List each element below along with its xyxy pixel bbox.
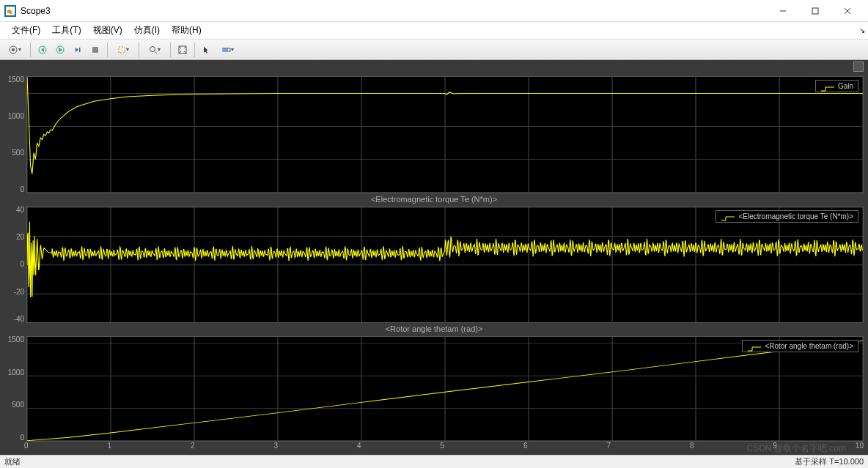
autoscale-button[interactable] xyxy=(174,42,191,58)
legend-label-1: Gain xyxy=(838,82,853,90)
svg-line-13 xyxy=(155,51,157,53)
subplot-torque: <Electromagnetic torque Te (N*m)> 40200-… xyxy=(4,195,864,324)
y-axis-1: 150010005000 xyxy=(4,76,26,193)
legend-swatch-icon xyxy=(747,343,762,350)
status-right: 基于采样 T=10.000 xyxy=(795,456,864,467)
chart-2[interactable]: <Electromagnetic torque Te (N*m)> xyxy=(26,207,864,324)
svg-point-6 xyxy=(12,48,15,51)
subplot-rotor: <Rotor angle thetam (rad)> 150010005000 … xyxy=(4,324,864,453)
menu-file[interactable]: 文件(F) xyxy=(6,22,46,39)
cursor-button[interactable] xyxy=(199,42,215,58)
svg-rect-11 xyxy=(119,47,125,53)
measure-button[interactable]: ▾ xyxy=(216,42,240,58)
status-left: 就绪 xyxy=(4,456,21,467)
legend-label-2: <Electromagnetic torque Te (N*m)> xyxy=(738,212,853,220)
status-bar: 就绪 基于采样 T=10.000 xyxy=(0,455,868,468)
title-bar: Scope3 xyxy=(0,0,868,22)
svg-rect-2 xyxy=(812,8,818,14)
toolbar-separator xyxy=(107,42,108,57)
svg-rect-10 xyxy=(92,47,98,53)
y-axis-2: 40200-20-40 xyxy=(4,207,26,324)
menu-bar: 文件(F) 工具(T) 视图(V) 仿真(I) 帮助(H) ↘ xyxy=(0,22,868,40)
menu-help[interactable]: 帮助(H) xyxy=(166,22,207,39)
chart-1[interactable]: Gain xyxy=(26,76,864,193)
legend-label-3: <Rotor angle thetam (rad)> xyxy=(765,342,853,350)
chart-3[interactable]: <Rotor angle thetam (rad)> xyxy=(26,336,864,442)
settings-button[interactable]: ▾ xyxy=(3,42,26,58)
toolbar-separator xyxy=(194,42,195,57)
close-button[interactable] xyxy=(831,0,864,22)
run-button[interactable] xyxy=(52,42,68,58)
minimize-button[interactable] xyxy=(767,0,799,22)
app-icon xyxy=(4,5,16,17)
menu-overflow-icon[interactable]: ↘ xyxy=(859,26,865,34)
toolbar-separator xyxy=(30,42,31,57)
legend-swatch-icon xyxy=(721,212,735,220)
x-axis: 012345678910 xyxy=(26,442,864,453)
zoom-button[interactable]: ▾ xyxy=(143,42,166,58)
plot-title-1 xyxy=(4,64,864,76)
legend-2: <Electromagnetic torque Te (N*m)> xyxy=(716,210,858,223)
legend-swatch-icon xyxy=(820,83,835,90)
subplot-gain: 150010005000 Gain xyxy=(4,64,864,193)
menu-sim[interactable]: 仿真(I) xyxy=(128,22,166,39)
toolbar: ▾ ▾ ▾ ▾ xyxy=(0,40,868,60)
legend-3: <Rotor angle thetam (rad)> xyxy=(742,340,858,352)
dock-icon[interactable] xyxy=(853,62,864,72)
maximize-button[interactable] xyxy=(799,0,831,22)
window-title: Scope3 xyxy=(21,6,767,16)
highlight-button[interactable]: ▾ xyxy=(111,42,135,58)
step-forward-button[interactable] xyxy=(70,42,86,58)
menu-tools[interactable]: 工具(T) xyxy=(46,22,87,39)
svg-rect-9 xyxy=(79,48,81,52)
stop-button[interactable] xyxy=(87,42,103,58)
toolbar-separator xyxy=(139,42,139,57)
step-back-button[interactable] xyxy=(34,42,51,58)
svg-point-12 xyxy=(150,46,155,51)
menu-view[interactable]: 视图(V) xyxy=(87,22,128,39)
legend-1: Gain xyxy=(815,80,858,92)
plot-area: 150010005000 Gain <Electromagnetic torqu… xyxy=(0,60,868,455)
plot-title-2: <Electromagnetic torque Te (N*m)> xyxy=(4,195,864,207)
y-axis-3: 150010005000 xyxy=(4,336,26,442)
plot-title-3: <Rotor angle thetam (rad)> xyxy=(4,324,864,336)
toolbar-separator xyxy=(170,42,171,57)
